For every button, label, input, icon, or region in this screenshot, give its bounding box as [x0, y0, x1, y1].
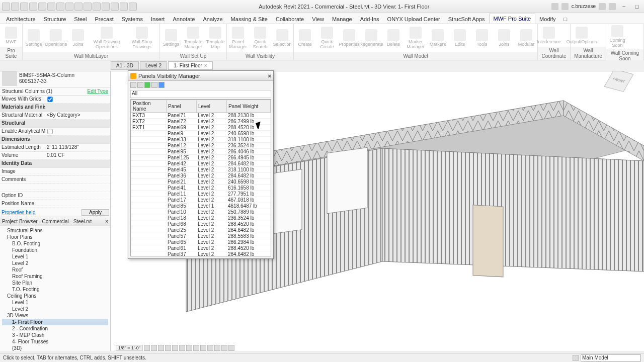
maximize-button[interactable]: □ — [632, 4, 642, 10]
property-checkbox[interactable] — [47, 129, 52, 134]
dialog-row[interactable]: Panel42Level 2284.6482 lb — [131, 161, 271, 167]
property-value[interactable]: <By Category> — [45, 112, 110, 119]
dialog-row[interactable]: EXT3Panel71Level 2288.2130 lb — [131, 113, 271, 119]
ribbon-tab[interactable]: View — [308, 15, 328, 24]
ribbon-button[interactable]: Settings — [160, 24, 182, 52]
ribbon-button[interactable]: Template Manager — [182, 24, 204, 52]
dialog-row[interactable]: Panel61Level 2288.4520 lb — [131, 245, 271, 251]
dialog-row[interactable]: Panel12Level 2236.3524 lb — [131, 143, 271, 149]
crop-region-icon[interactable] — [186, 345, 192, 351]
tree-node[interactable]: {3D} — [2, 345, 108, 351]
ribbon-tab[interactable]: Insert — [147, 15, 169, 24]
tree-node[interactable]: Level 2 — [2, 306, 108, 312]
dialog-tool-clear-icon[interactable] — [137, 82, 143, 88]
browser-close-icon[interactable]: × — [105, 219, 108, 224]
tree-node[interactable]: 1- First Floor — [2, 319, 108, 325]
dialog-row[interactable]: Panel37Level 2284.6482 lb — [131, 251, 271, 256]
property-row[interactable]: Structural Material<By Category> — [0, 112, 110, 120]
dialog-row[interactable]: Panel17Level 2467.0318 lb — [131, 197, 271, 203]
section-icon[interactable] — [102, 3, 110, 11]
dialog-row[interactable]: Panel9Level 2240.6598 lb — [131, 131, 271, 137]
dialog-row[interactable]: Panel41Level 2616.1658 lb — [131, 185, 271, 191]
measure-icon[interactable] — [65, 3, 73, 11]
tree-node[interactable]: B.O. Footing — [2, 240, 108, 247]
search-icon[interactable] — [551, 3, 558, 10]
tree-node[interactable]: 3D Views — [2, 312, 108, 319]
ribbon-tab[interactable]: Annotate — [169, 15, 199, 24]
workset-icon[interactable] — [573, 355, 579, 361]
sun-path-icon[interactable] — [158, 345, 164, 351]
design-options-combo[interactable]: Main Model — [581, 354, 641, 361]
ribbon-tab[interactable]: Add-Ins — [356, 15, 383, 24]
ribbon-button[interactable]: MWF — [0, 24, 22, 47]
ribbon-button[interactable]: Coming Soon — [606, 24, 628, 49]
dialog-row[interactable]: Panel45Level 2318.1100 lb — [131, 167, 271, 173]
ribbon-tab[interactable]: StrucSoft Apps — [444, 15, 489, 24]
ribbon-tab[interactable]: Precast — [91, 15, 117, 24]
text-icon[interactable] — [84, 3, 92, 11]
dialog-close-icon[interactable]: × — [268, 73, 271, 79]
dimension-icon[interactable] — [74, 3, 83, 11]
property-checkbox[interactable] — [47, 97, 52, 102]
property-row[interactable]: Position Name — [0, 200, 110, 208]
ribbon-tab[interactable]: ONYX Upload Center — [383, 15, 444, 24]
doc-tab[interactable]: 1- First Floor× — [168, 61, 213, 70]
properties-help-link[interactable]: Properties help — [0, 208, 37, 217]
property-row[interactable]: Option ID — [0, 192, 110, 200]
property-row[interactable]: Image — [0, 168, 110, 176]
dialog-row[interactable]: Panel36Level 2284.6482 lb — [131, 173, 271, 179]
dialog-row[interactable]: Panel11Level 2277.7951 lb — [131, 191, 271, 197]
tree-node[interactable]: Site Plan — [2, 280, 108, 286]
dialog-row[interactable]: Panel125Level 2266.4945 lb — [131, 155, 271, 161]
dialog-column-header[interactable]: Level — [197, 100, 227, 113]
property-row[interactable]: Enable Analytical Model — [0, 128, 110, 136]
dialog-row[interactable]: Panel10Level 2250.7889 lb — [131, 209, 271, 215]
ribbon-button[interactable]: Joins — [67, 24, 89, 52]
open-icon[interactable] — [11, 3, 19, 11]
dialog-column-header[interactable]: Panel — [167, 100, 197, 113]
view-cube-face[interactable]: FRONT — [604, 69, 633, 92]
tree-node[interactable]: 2 - Coordination — [2, 325, 108, 332]
temporary-hide-icon[interactable] — [200, 345, 206, 351]
dialog-row[interactable]: Panel57Level 2288.5583 lb — [131, 233, 271, 239]
ribbon-button[interactable]: Template Map — [204, 24, 226, 52]
reveal-hidden-icon[interactable] — [207, 345, 213, 351]
lock-3d-icon[interactable] — [193, 345, 199, 351]
tree-node[interactable]: Level 1 — [2, 253, 108, 260]
property-row[interactable]: Moves With Grids — [0, 96, 110, 104]
ribbon-button[interactable]: Delete — [382, 24, 405, 52]
default-3d-icon[interactable] — [93, 3, 101, 11]
property-row[interactable]: Volume0.01 CF — [0, 152, 110, 160]
dialog-row[interactable]: Panel65Level 2286.2984 lb — [131, 239, 271, 245]
ribbon-button[interactable]: Markers — [427, 24, 449, 52]
doc-tab[interactable]: Level 2 — [140, 61, 167, 70]
favorites-icon[interactable] — [599, 3, 606, 10]
tree-node[interactable]: 4- Floor Trusses — [2, 338, 108, 345]
dialog-row[interactable]: Panel68Level 2288.4520 lb — [131, 221, 271, 227]
ribbon-tab[interactable]: Systems — [118, 15, 147, 24]
ribbon-button[interactable]: Tools — [471, 24, 493, 52]
tree-node[interactable]: Foundation — [2, 247, 108, 253]
tree-node[interactable]: Structural Plans — [2, 227, 108, 234]
doc-tab[interactable]: A1 - 3D — [111, 61, 139, 70]
dialog-column-header[interactable]: Panel Weight — [227, 100, 271, 113]
help-icon[interactable] — [609, 3, 616, 10]
undo-icon[interactable] — [38, 3, 46, 11]
ribbon-button[interactable]: Selection — [271, 24, 293, 52]
analytical-icon[interactable] — [221, 345, 227, 351]
type-selector[interactable]: BIMSF-SSMA-S-Column 600S137-33 — [0, 69, 110, 87]
dialog-tool-green-icon[interactable] — [144, 82, 150, 88]
dialog-filter-combo[interactable]: All — [130, 90, 271, 98]
doc-tab-close-icon[interactable]: × — [204, 63, 207, 68]
property-value[interactable] — [45, 176, 110, 184]
ribbon-tab[interactable]: Architecture — [2, 15, 40, 24]
property-value[interactable] — [45, 192, 110, 200]
ribbon-tab[interactable]: Modify — [535, 15, 559, 24]
scale-label[interactable]: 1/8" = 1'-0" — [116, 345, 143, 351]
ribbon-tab[interactable]: Steel — [70, 15, 91, 24]
ribbon-tab-modify-context[interactable]: □ — [560, 15, 572, 24]
tree-node[interactable]: T.O. Footing — [2, 286, 108, 293]
ribbon-tab[interactable]: Manage — [328, 15, 356, 24]
tree-node[interactable]: Floor Plans — [2, 234, 108, 240]
visual-style-icon[interactable] — [151, 345, 157, 351]
